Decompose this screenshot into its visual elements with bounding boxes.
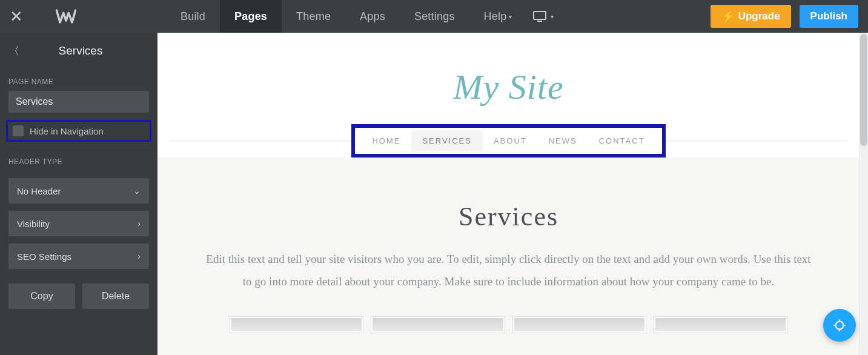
nav-about[interactable]: ABOUT — [483, 130, 538, 151]
toolbar-tabs: Build Pages Theme Apps Settings Help▾ ▾ — [166, 0, 560, 33]
upgrade-button[interactable]: ⚡Upgrade — [711, 5, 791, 28]
nav-home[interactable]: HOME — [361, 130, 411, 151]
help-fab-button[interactable] — [823, 309, 856, 342]
hide-in-navigation-checkbox[interactable]: Hide in Navigation — [6, 120, 151, 142]
tab-help[interactable]: Help▾ — [469, 0, 527, 33]
tab-pages[interactable]: Pages — [220, 0, 282, 33]
site-navigation: HOME SERVICES ABOUT NEWS CONTACT — [351, 124, 665, 158]
hide-in-navigation-label: Hide in Navigation — [30, 126, 104, 136]
device-preview-button[interactable]: ▾ — [527, 0, 560, 33]
nav-news[interactable]: NEWS — [538, 130, 588, 151]
image-thumbnail[interactable] — [654, 317, 787, 333]
image-row — [194, 317, 823, 333]
image-thumbnail[interactable] — [513, 317, 646, 333]
site-preview: My Site HOME SERVICES ABOUT NEWS CONTACT… — [157, 33, 868, 355]
page-heading[interactable]: Services — [194, 201, 823, 232]
seo-settings-row[interactable]: SEO Settings › — [8, 244, 149, 269]
top-toolbar: ✕ Build Pages Theme Apps Settings Help▾ … — [0, 0, 868, 33]
scrollbar[interactable] — [860, 33, 868, 355]
image-thumbnail[interactable] — [371, 317, 504, 333]
svg-rect-0 — [534, 12, 546, 19]
page-description[interactable]: Edit this text and tell your site visito… — [206, 248, 812, 293]
image-thumbnail[interactable] — [230, 317, 363, 333]
header-type-label: HEADER TYPE — [8, 158, 149, 166]
tab-theme[interactable]: Theme — [282, 0, 345, 33]
site-title[interactable]: My Site — [157, 67, 860, 107]
header-type-select[interactable]: No Header ⌄ — [8, 178, 149, 204]
caret-down-icon: ▾ — [509, 13, 512, 20]
page-settings-sidebar: 〈 Services PAGE NAME Hide in Navigation … — [0, 33, 157, 355]
close-icon[interactable]: ✕ — [0, 7, 33, 26]
chevron-right-icon: › — [137, 219, 141, 228]
copy-button[interactable]: Copy — [8, 284, 75, 309]
chevron-right-icon: › — [137, 251, 141, 261]
weebly-logo[interactable] — [33, 6, 99, 27]
bolt-icon: ⚡ — [721, 10, 735, 23]
scrollbar-thumb[interactable] — [860, 34, 867, 146]
sidebar-title: Services — [28, 44, 133, 58]
nav-contact[interactable]: CONTACT — [588, 130, 656, 151]
caret-down-icon: ▾ — [551, 13, 554, 20]
svg-point-2 — [836, 322, 844, 330]
back-icon[interactable]: 〈 — [8, 44, 19, 58]
divider — [666, 141, 847, 141]
chevron-down-icon: ⌄ — [133, 186, 141, 196]
divider — [170, 141, 351, 141]
tab-settings[interactable]: Settings — [400, 0, 469, 33]
delete-button[interactable]: Delete — [82, 284, 149, 309]
nav-services[interactable]: SERVICES — [411, 130, 483, 151]
checkbox-icon[interactable] — [13, 125, 24, 136]
page-name-input[interactable] — [8, 91, 149, 113]
tab-apps[interactable]: Apps — [345, 0, 400, 33]
visibility-row[interactable]: Visibility › — [8, 211, 149, 236]
publish-button[interactable]: Publish — [800, 5, 858, 28]
page-name-label: PAGE NAME — [8, 78, 149, 86]
tab-build[interactable]: Build — [166, 0, 220, 33]
